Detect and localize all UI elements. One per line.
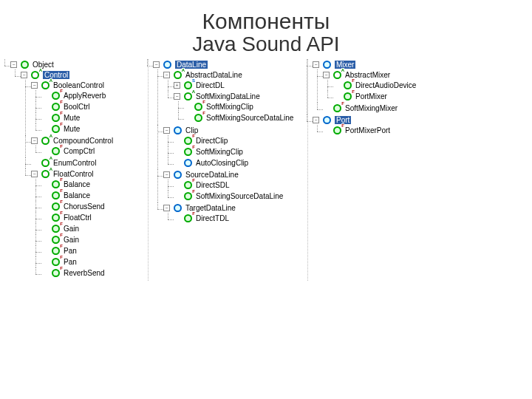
tree-item[interactable]: −AAbstractMixer [323,70,390,80]
tree-item-label: Balance [64,180,90,188]
tree-item[interactable]: −ASoftMixingDataLine [174,92,260,101]
class-icon: F [183,214,193,223]
tree-item[interactable]: FBalance [41,180,90,189]
tree-item[interactable]: FApplyReverb [41,91,106,100]
svg-point-21 [174,72,181,78]
tree-toggle-icon [41,192,48,199]
class-icon: F [343,81,352,90]
svg-point-11 [52,181,59,188]
tree-item[interactable]: FDirectClip [174,136,228,146]
tree-toggle-icon[interactable]: − [31,171,38,177]
tree-item[interactable]: +SDirectDL [174,81,225,90]
tree-toggle-icon[interactable]: − [153,61,160,68]
tree-item[interactable]: FPortMixerPort [323,126,390,135]
svg-point-30 [174,171,181,178]
tree-item-label: Gain [64,236,79,244]
tree-item[interactable]: FPortMixer [333,92,387,101]
modifier-badge: F [192,145,195,149]
tree-item[interactable]: FPan [41,246,77,256]
tree-item-label: DirectClip [196,137,228,145]
tree-toggle-icon [333,93,340,100]
tree-dataline: −DataLine−AAbstractDataLine+SDirectDL−AS… [148,59,303,281]
tree-toggle-icon [41,236,48,243]
tree-item[interactable]: −AControl [21,70,69,80]
class-icon: F [332,103,342,113]
tree-item-label: DataLine [175,61,208,69]
class-icon: F [332,126,342,135]
modifier-badge: A [50,78,52,83]
svg-point-4 [52,103,59,110]
tree-toggle-icon[interactable]: − [323,72,330,78]
tree-toggle-icon[interactable]: − [163,127,170,134]
svg-point-20 [164,61,171,68]
tree-item[interactable]: FSoftMixingSourceDataLine [174,191,283,201]
tree-item[interactable]: FMute [41,124,80,134]
tree-toggle-icon[interactable]: − [174,93,180,100]
tree-item-label: ReverbSend [64,269,105,277]
tree-item-label: ChorusSend [64,202,105,211]
tree-item[interactable]: −DataLine [153,60,208,69]
modifier-badge: F [202,111,205,115]
abstract-class-icon: A [41,169,50,179]
modifier-badge: A [39,68,42,72]
svg-point-23 [185,93,191,100]
tree-item[interactable]: AutoClosingClip [174,158,248,168]
class-icon: F [51,113,61,123]
class-icon: F [183,180,193,190]
tree-item[interactable]: FBoolCtrl [41,102,90,112]
tree-item-label: Object [33,61,54,69]
tree-item[interactable]: FSoftMixingSourceDataLine [184,113,293,123]
tree-item[interactable]: −ABooleanControl [31,81,104,90]
tree-toggle-icon [41,203,48,210]
class-icon [20,60,30,69]
tree-item[interactable]: FPan [41,257,77,267]
tree-item[interactable]: FCompCtrl [41,146,95,156]
tree-item[interactable]: −Port [313,115,351,125]
tree-item[interactable]: FSoftMixingClip [174,147,243,157]
tree-item[interactable]: −Object [10,60,54,69]
tree-item[interactable]: FReverbSend [41,268,105,278]
tree-item[interactable]: FSoftMixingClip [184,102,253,112]
tree-toggle-icon[interactable]: − [313,61,319,68]
svg-point-18 [52,259,59,265]
svg-point-1 [32,72,38,78]
tree-toggle-icon[interactable]: − [163,205,170,211]
tree-toggle-icon[interactable]: − [10,61,17,68]
tree-item[interactable]: FSoftMixingMixer [323,103,398,113]
class-icon: F [51,235,61,245]
tree-item[interactable]: FDirectSDL [174,180,230,190]
modifier-badge: A [341,68,344,72]
class-icon: F [51,91,61,100]
svg-point-2 [42,82,49,89]
tree-item[interactable]: −Mixer [313,60,355,69]
abstract-class-icon: A [41,136,50,146]
tree-toggle-icon [174,193,180,200]
tree-item[interactable]: FFloatCtrl [41,213,92,222]
tree-item[interactable]: −TargetDataLine [163,203,236,213]
tree-item[interactable]: −SourceDataLine [163,170,239,180]
tree-toggle-icon[interactable]: + [174,82,180,89]
tree-item-label: PortMixer [355,92,387,100]
interface-icon [322,60,332,69]
tree-toggle-icon[interactable]: − [313,117,319,123]
tree-item[interactable]: −AAbstractDataLine [163,70,242,80]
tree-toggle-icon[interactable]: − [21,72,27,78]
tree-toggle-icon[interactable]: − [163,72,170,78]
tree-toggle-icon[interactable]: − [163,171,170,178]
tree-item[interactable]: AEnumControl [31,158,96,168]
modifier-badge: S [192,78,195,83]
class-icon: F [51,246,61,256]
abstract-class-icon: A [41,81,50,90]
tree-item[interactable]: FDirectAudioDevice [333,81,416,90]
tree-item[interactable]: FChorusSend [41,202,105,211]
svg-point-9 [42,160,49,166]
tree-toggle-icon[interactable]: − [31,137,38,144]
tree-item[interactable]: FBalance [41,191,90,200]
modifier-badge: F [60,266,63,270]
tree-item-label: SoftMixingClip [206,103,253,111]
tree-item[interactable]: −ACompoundControl [31,136,113,146]
tree-item[interactable]: FDirectTDL [174,214,229,223]
tree-item-label: Balance [64,191,90,200]
svg-point-32 [185,193,191,200]
tree-toggle-icon[interactable]: − [31,82,38,89]
